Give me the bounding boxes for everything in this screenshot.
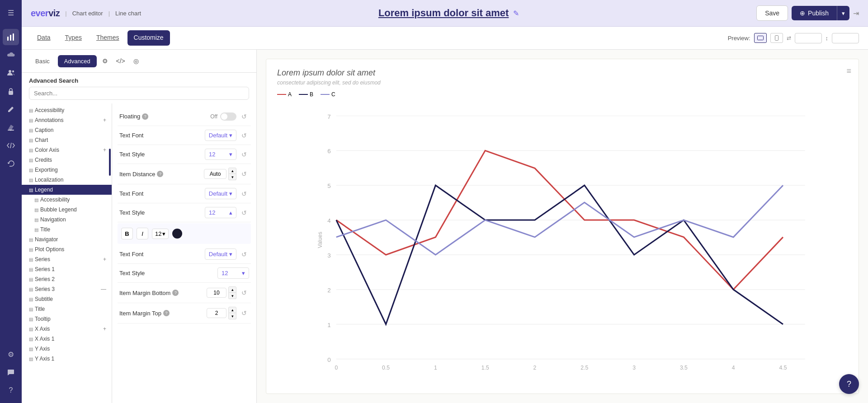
text-font-2-dropdown[interactable]: Default ▾ bbox=[205, 188, 236, 199]
edit-title-icon[interactable]: ✎ bbox=[513, 9, 519, 18]
tree-item-bubble-legend[interactable]: ▤Bubble Legend bbox=[22, 205, 112, 215]
text-style-2-dropdown[interactable]: 12 ▴ bbox=[205, 207, 236, 218]
add-icon[interactable]: — bbox=[101, 286, 106, 292]
sidebar-code-icon[interactable] bbox=[3, 137, 19, 154]
color-swatch[interactable] bbox=[172, 229, 182, 239]
item-distance-up-btn[interactable]: ▴ bbox=[228, 168, 236, 174]
text-font-2-reset-btn[interactable]: ↺ bbox=[239, 189, 249, 199]
chart-title[interactable]: Lorem ipsum dolor sit amet bbox=[378, 7, 509, 19]
sidebar-help-icon[interactable]: ? bbox=[3, 382, 19, 398]
sidebar-lock-icon[interactable] bbox=[3, 83, 19, 99]
bold-btn[interactable]: B bbox=[121, 228, 133, 239]
sidebar-chart-icon[interactable] bbox=[3, 29, 19, 45]
add-icon[interactable]: + bbox=[103, 147, 106, 153]
item-margin-bottom-up-btn[interactable]: ▴ bbox=[228, 286, 236, 293]
sub-tab-advanced[interactable]: Advanced bbox=[58, 55, 97, 67]
sidebar-users-icon[interactable] bbox=[3, 65, 19, 81]
item-margin-bottom-down-btn[interactable]: ▾ bbox=[228, 293, 236, 299]
tree-item-exporting[interactable]: ▤Exporting bbox=[22, 165, 112, 175]
preview-width-input[interactable] bbox=[795, 33, 822, 43]
text-font-3-reset-btn[interactable]: ↺ bbox=[239, 249, 249, 259]
publish-button[interactable]: ⊕ Publish bbox=[792, 6, 837, 20]
text-style-1-reset-btn[interactable]: ↺ bbox=[239, 150, 249, 159]
add-icon[interactable]: + bbox=[103, 326, 106, 332]
text-font-1-dropdown[interactable]: Default ▾ bbox=[205, 130, 236, 141]
top-share-icon[interactable]: ⇥ bbox=[853, 9, 859, 18]
floating-help-icon[interactable]: ? bbox=[142, 113, 148, 120]
tree-item-legend[interactable]: ▤Legend bbox=[22, 185, 112, 195]
tree-item-tooltip[interactable]: ▤Tooltip bbox=[22, 314, 112, 324]
tree-item-xaxis[interactable]: ▤X Axis+ bbox=[22, 324, 112, 334]
tree-item-subtitle[interactable]: ▤Subtitle bbox=[22, 294, 112, 304]
sidebar-chat-icon[interactable] bbox=[3, 364, 19, 380]
tab-data[interactable]: Data bbox=[31, 30, 57, 46]
sub-tab-code-icon-btn[interactable]: </> bbox=[114, 54, 127, 68]
preview-swap-icon[interactable]: ⇄ bbox=[787, 35, 791, 41]
tree-item-navigator[interactable]: ▤Navigator bbox=[22, 234, 112, 244]
tree-item-color-axis[interactable]: ▤Color Axis+ bbox=[22, 145, 112, 155]
sidebar-undo-icon[interactable] bbox=[3, 155, 19, 172]
preview-height-input[interactable] bbox=[832, 33, 859, 43]
item-margin-bottom-help-icon[interactable]: ? bbox=[172, 290, 179, 296]
save-button[interactable]: Save bbox=[756, 5, 788, 21]
tree-item-series2[interactable]: ▤Series 2 bbox=[22, 274, 112, 284]
sidebar-edit2-icon[interactable] bbox=[3, 119, 19, 136]
add-icon[interactable]: + bbox=[103, 117, 106, 123]
publish-caret-button[interactable]: ▾ bbox=[837, 6, 849, 20]
preview-narrow-button[interactable] bbox=[770, 33, 783, 43]
sidebar-pen-icon[interactable] bbox=[3, 101, 19, 117]
tree-item-localization[interactable]: ▤Localization bbox=[22, 175, 112, 185]
item-margin-top-up-btn[interactable]: ▴ bbox=[228, 307, 236, 313]
floating-toggle[interactable] bbox=[220, 112, 236, 121]
sidebar-menu-icon[interactable]: ☰ bbox=[3, 5, 19, 21]
tab-customize[interactable]: Customize bbox=[127, 30, 170, 46]
tree-item-annotations[interactable]: ▤Annotations+ bbox=[22, 115, 112, 125]
sidebar-cloud-icon[interactable] bbox=[3, 47, 19, 63]
item-margin-top-value[interactable] bbox=[207, 308, 226, 318]
tree-item-chart[interactable]: ▤Chart bbox=[22, 135, 112, 145]
item-margin-top-help-icon[interactable]: ? bbox=[163, 310, 170, 316]
tree-item-xaxis1[interactable]: ▤X Axis 1 bbox=[22, 334, 112, 344]
text-style-1-dropdown[interactable]: 12 ▾ bbox=[205, 149, 236, 160]
text-style-3-dropdown[interactable]: 12 ▾ bbox=[217, 267, 249, 279]
search-input[interactable] bbox=[29, 87, 249, 100]
sub-tab-eye-icon-btn[interactable]: ◎ bbox=[129, 54, 143, 68]
item-margin-top-reset-btn[interactable]: ↺ bbox=[239, 308, 249, 318]
sub-tab-settings-icon-btn[interactable]: ⚙ bbox=[99, 54, 112, 68]
text-style-2-reset-btn[interactable]: ↺ bbox=[239, 208, 249, 218]
italic-btn[interactable]: I bbox=[137, 228, 148, 239]
item-margin-top-down-btn[interactable]: ▾ bbox=[228, 313, 236, 319]
item-distance-down-btn[interactable]: ▾ bbox=[228, 174, 236, 180]
tree-item-series3[interactable]: ▤Series 3— bbox=[22, 284, 112, 294]
scrollbar[interactable] bbox=[109, 149, 111, 176]
tree-item-yaxis[interactable]: ▤Y Axis bbox=[22, 344, 112, 354]
tree-item-title[interactable]: ▤Title bbox=[22, 304, 112, 314]
tree-item-accessibility[interactable]: ▤Accessibility bbox=[22, 105, 112, 115]
sidebar-settings-icon[interactable]: ⚙ bbox=[3, 346, 19, 362]
tree-item-title-child[interactable]: ▤Title bbox=[22, 225, 112, 234]
tab-types[interactable]: Types bbox=[59, 30, 88, 46]
tree-item-accessibility-child[interactable]: ▤Accessibility bbox=[22, 195, 112, 205]
tree-item-plot-options[interactable]: ▤Plot Options bbox=[22, 244, 112, 254]
tab-themes[interactable]: Themes bbox=[90, 30, 126, 46]
tree-item-credits[interactable]: ▤Credits bbox=[22, 155, 112, 165]
tree-item-series[interactable]: ▤Series+ bbox=[22, 254, 112, 264]
item-distance-reset-btn[interactable]: ↺ bbox=[239, 169, 249, 179]
item-distance-value[interactable] bbox=[204, 169, 226, 179]
sub-tab-basic[interactable]: Basic bbox=[29, 55, 56, 67]
tree-item-navigation[interactable]: ▤Navigation bbox=[22, 215, 112, 225]
add-icon[interactable]: + bbox=[103, 256, 106, 262]
item-distance-help-icon[interactable]: ? bbox=[157, 171, 163, 177]
preview-wide-button[interactable] bbox=[754, 33, 767, 43]
floating-reset-btn[interactable]: ↺ bbox=[239, 112, 249, 122]
item-margin-bottom-value[interactable] bbox=[207, 288, 226, 298]
tree-item-series1[interactable]: ▤Series 1 bbox=[22, 264, 112, 274]
tree-item-caption[interactable]: ▤Caption bbox=[22, 125, 112, 135]
help-fab[interactable]: ? bbox=[839, 374, 859, 394]
tree-item-yaxis1[interactable]: ▤Y Axis 1 bbox=[22, 354, 112, 364]
chart-menu-icon[interactable]: ≡ bbox=[846, 66, 851, 76]
item-margin-bottom-reset-btn[interactable]: ↺ bbox=[239, 288, 249, 298]
font-size-select[interactable]: 12 ▾ bbox=[152, 229, 169, 239]
text-font-1-reset-btn[interactable]: ↺ bbox=[239, 131, 249, 141]
text-font-3-dropdown[interactable]: Default ▾ bbox=[205, 248, 236, 260]
